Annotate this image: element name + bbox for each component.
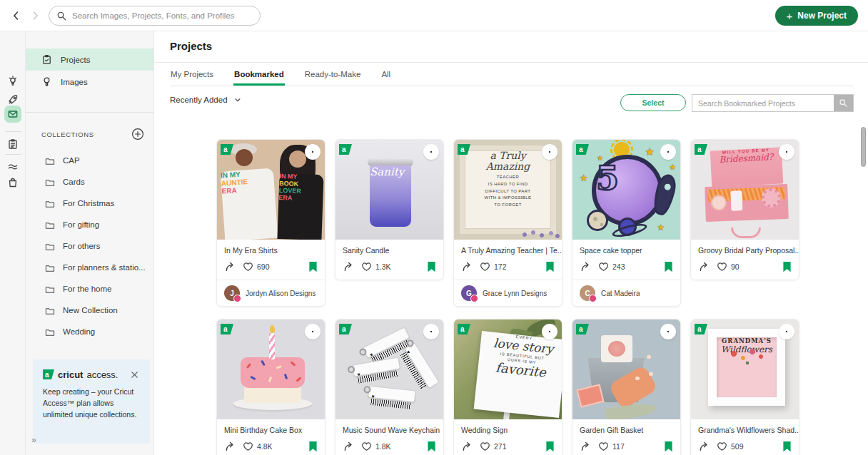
project-card-garden-gift-basket[interactable]: a Garden Gift Basket 117 — [572, 319, 681, 455]
project-thumbnail[interactable]: 5★★★★★ a — [572, 140, 680, 240]
waves-icon[interactable] — [4, 158, 21, 175]
like-count: 509 — [731, 442, 744, 451]
project-thumbnail[interactable]: a — [572, 319, 680, 419]
more-options-icon[interactable] — [423, 144, 439, 160]
share-icon[interactable] — [580, 261, 592, 272]
more-options-icon[interactable] — [305, 324, 321, 339]
bookmark-icon[interactable] — [545, 261, 555, 272]
like-button[interactable]: 4.8K — [243, 441, 273, 451]
collection-item-cap[interactable]: CAP — [26, 150, 153, 171]
share-icon[interactable] — [224, 441, 236, 452]
project-title: Sanity Candle — [335, 240, 443, 255]
like-button[interactable]: 1.3K — [361, 262, 391, 272]
bookmark-icon[interactable] — [664, 441, 673, 452]
more-options-icon[interactable] — [423, 324, 439, 339]
like-button[interactable]: 690 — [243, 262, 270, 272]
decor — [7, 138, 19, 150]
collection-item-for-others[interactable]: For others — [26, 235, 153, 257]
shopping-bag-icon[interactable] — [4, 174, 21, 191]
share-icon[interactable] — [698, 261, 710, 272]
ideas-lightbulb-icon[interactable] — [4, 73, 21, 90]
bookmark-icon[interactable] — [545, 441, 555, 452]
collection-item-for-planners-statio[interactable]: For planners & statio... — [26, 257, 153, 278]
share-icon[interactable] — [343, 441, 355, 452]
project-thumbnail[interactable]: EVERYlove storyIS BEAUTIFUL BUTOURS IS M… — [454, 319, 562, 419]
bookmark-icon[interactable] — [664, 261, 673, 272]
projects-clipboard-icon[interactable] — [4, 136, 21, 153]
tab-my-projects[interactable]: My Projects — [170, 70, 214, 86]
like-button[interactable]: 172 — [480, 262, 507, 272]
add-collection-icon[interactable] — [131, 127, 145, 141]
like-button[interactable]: 90 — [717, 262, 740, 272]
bookmarked-search-input[interactable] — [692, 95, 834, 111]
global-search-input[interactable] — [72, 11, 253, 20]
search-submit-icon[interactable] — [834, 95, 853, 111]
more-options-icon[interactable] — [779, 324, 794, 339]
more-options-icon[interactable] — [779, 144, 794, 160]
more-options-icon[interactable] — [660, 324, 676, 339]
project-author[interactable]: J Jordyn Alison Designs — [217, 280, 325, 306]
sort-dropdown[interactable]: Recently Added — [170, 96, 241, 104]
like-button[interactable]: 117 — [598, 441, 625, 451]
select-button[interactable]: Select — [620, 94, 686, 111]
collection-item-new-collection[interactable]: New Collection — [26, 300, 153, 321]
project-card-sanity-candle[interactable]: Sanity a Sanity Candle 1.3K — [335, 139, 444, 280]
bookmark-icon[interactable] — [308, 441, 318, 452]
like-button[interactable]: 509 — [717, 441, 744, 451]
project-card-space-cake-topper[interactable]: 5★★★★★ a Space cake topper 243 C Cat Mad… — [572, 139, 681, 307]
project-card-in-my-era-shirts[interactable]: IN MYAUNTIEERAIN MYBOOKLOVERERA a In My … — [216, 139, 326, 307]
collection-item-for-the-home[interactable]: For the home — [26, 278, 153, 300]
close-icon[interactable] — [128, 369, 140, 380]
bookmark-icon[interactable] — [782, 441, 792, 452]
like-button[interactable]: 243 — [598, 262, 625, 272]
project-card-mini-birthday-cake-box[interactable]: a Mini Birthday Cake Box 4.8K — [216, 319, 326, 455]
scrollbar-thumb[interactable] — [861, 127, 866, 167]
project-thumbnail[interactable]: a TrulyAmazingTEACHERIS HARD TO FINDDIFF… — [454, 140, 562, 240]
more-options-icon[interactable] — [542, 144, 557, 160]
share-icon[interactable] — [224, 261, 236, 272]
project-thumbnail[interactable]: IN MYAUNTIEERAIN MYBOOKLOVERERA a — [217, 140, 325, 240]
collection-item-for-gifting[interactable]: For gifting — [26, 214, 153, 235]
global-search[interactable] — [49, 6, 261, 26]
share-icon[interactable] — [461, 441, 473, 452]
inbox-envelope-icon[interactable] — [4, 106, 21, 123]
project-card-wedding-sign[interactable]: EVERYlove storyIS BEAUTIFUL BUTOURS IS M… — [453, 319, 562, 455]
bookmark-icon[interactable] — [782, 261, 792, 272]
back-icon[interactable] — [9, 8, 24, 24]
share-icon[interactable] — [343, 261, 355, 272]
project-thumbnail[interactable]: GRANDMA'SWildflowers a — [691, 319, 799, 419]
share-icon[interactable] — [698, 441, 710, 452]
project-card-grandma-s-wildflowers-shad[interactable]: GRANDMA'SWildflowers a Grandma's Wildflo… — [690, 319, 799, 455]
like-button[interactable]: 1.8K — [361, 441, 391, 451]
collection-item-cards[interactable]: Cards — [26, 171, 153, 193]
card-actions: 172 — [454, 255, 562, 280]
more-options-icon[interactable] — [542, 324, 557, 339]
more-options-icon[interactable] — [305, 144, 321, 160]
sidebar-item-projects[interactable]: Projects — [26, 48, 153, 71]
new-project-button[interactable]: + New Project — [775, 6, 858, 26]
sidebar-item-images[interactable]: Images — [26, 71, 153, 93]
bookmark-icon[interactable] — [427, 441, 436, 452]
project-thumbnail[interactable]: ♥♥♥♥ a — [335, 319, 443, 419]
tab-all[interactable]: All — [380, 70, 391, 86]
project-thumbnail[interactable]: Sanity a — [335, 140, 443, 240]
collection-item-wedding[interactable]: Wedding — [26, 321, 153, 342]
bookmark-icon[interactable] — [427, 261, 436, 272]
tab-bookmarked[interactable]: Bookmarked — [233, 70, 285, 86]
expand-panel-icon[interactable]: » — [31, 435, 37, 445]
project-thumbnail[interactable]: WILL YOU BE MYBridesmaid? a — [691, 140, 799, 240]
forward-icon[interactable] — [27, 8, 43, 24]
project-author[interactable]: G Grace Lynn Designs — [454, 280, 562, 306]
project-card-music-sound-wave-keychain[interactable]: ♥♥♥♥ a Music Sound Wave Keychain 1.8K — [335, 319, 444, 455]
bookmark-icon[interactable] — [308, 261, 318, 272]
project-author[interactable]: C Cat Madeira — [572, 280, 680, 306]
share-icon[interactable] — [580, 441, 592, 452]
share-icon[interactable] — [461, 261, 473, 272]
project-card-groovy-bridal-party-proposal[interactable]: WILL YOU BE MYBridesmaid? a Groovy Brida… — [690, 139, 799, 280]
project-card-a-truly-amazing-teacher-te[interactable]: a TrulyAmazingTEACHERIS HARD TO FINDDIFF… — [453, 139, 562, 307]
project-thumbnail[interactable]: a — [217, 319, 325, 419]
like-button[interactable]: 271 — [480, 441, 507, 451]
more-options-icon[interactable] — [660, 144, 676, 160]
collection-item-for-christmas[interactable]: For Christmas — [26, 193, 153, 214]
tab-ready-to-make[interactable]: Ready-to-Make — [304, 70, 362, 86]
